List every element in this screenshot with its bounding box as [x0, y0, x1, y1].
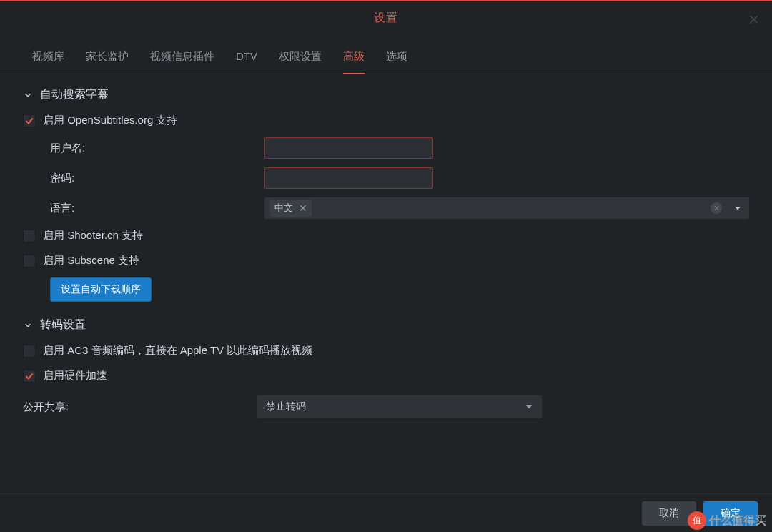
- label-shooter: 启用 Shooter.cn 支持: [43, 229, 143, 242]
- tab-dtv[interactable]: DTV: [225, 43, 268, 74]
- svg-marker-0: [735, 207, 741, 210]
- tab-advanced[interactable]: 高级: [332, 43, 375, 74]
- ok-button[interactable]: 确定: [703, 501, 758, 526]
- chevron-down-icon: [525, 403, 533, 411]
- label-password: 密码:: [50, 172, 257, 185]
- label-hw-accel: 启用硬件加速: [43, 369, 107, 383]
- chevron-down-icon: [23, 90, 33, 100]
- section-video-cover[interactable]: 视频封面设置: [20, 425, 752, 440]
- clear-icon[interactable]: ✕: [711, 202, 722, 214]
- tab-bar: 视频库 家长监护 视频信息插件 DTV 权限设置 高级 选项: [0, 34, 772, 74]
- tab-permissions[interactable]: 权限设置: [268, 43, 332, 74]
- section-subtitle-title: 自动搜索字幕: [40, 87, 109, 102]
- tab-options[interactable]: 选项: [375, 43, 418, 74]
- close-icon[interactable]: ×: [748, 10, 759, 29]
- section-transcode-title: 转码设置: [40, 317, 86, 332]
- tab-video-library[interactable]: 视频库: [21, 43, 75, 74]
- select-public-share[interactable]: 禁止转码: [257, 395, 542, 418]
- label-language: 语言:: [50, 202, 257, 215]
- tab-metadata-plugin[interactable]: 视频信息插件: [139, 43, 225, 74]
- label-public-share: 公开共享:: [23, 400, 250, 414]
- input-password[interactable]: [264, 167, 433, 189]
- checkbox-ac3[interactable]: [23, 345, 36, 358]
- section-subtitle-search[interactable]: 自动搜索字幕: [20, 74, 752, 108]
- tag-remove-icon[interactable]: ✕: [299, 202, 307, 214]
- section-video-cover-title: 视频封面设置: [40, 438, 109, 440]
- chevron-down-icon: [23, 438, 33, 440]
- chevron-down-icon[interactable]: [733, 204, 742, 212]
- language-tag[interactable]: 中文 ✕: [270, 200, 312, 217]
- content-area: 自动搜索字幕 启用 OpenSubtitles.org 支持 用户名: 密码: …: [0, 74, 772, 488]
- dialog-titlebar: 设置 ×: [0, 1, 772, 34]
- label-username: 用户名:: [50, 142, 257, 155]
- dialog-footer: 取消 确定: [0, 493, 772, 532]
- language-tag-label: 中文: [274, 202, 293, 215]
- tab-parental[interactable]: 家长监护: [75, 43, 139, 74]
- checkbox-opensubtitles[interactable]: [23, 114, 36, 127]
- chevron-down-icon: [23, 320, 33, 330]
- checkbox-shooter[interactable]: [23, 230, 36, 242]
- label-subscene: 启用 Subscene 支持: [43, 254, 139, 267]
- checkbox-hw-accel[interactable]: [23, 370, 36, 383]
- label-ac3: 启用 AC3 音频编码，直接在 Apple TV 以此编码播放视频: [43, 344, 312, 358]
- select-public-share-value: 禁止转码: [266, 400, 306, 413]
- cancel-button[interactable]: 取消: [642, 501, 696, 526]
- label-opensubtitles: 启用 OpenSubtitles.org 支持: [43, 114, 177, 127]
- dialog-title: 设置: [374, 11, 398, 26]
- input-username[interactable]: [264, 137, 433, 159]
- button-download-order[interactable]: 设置自动下载顺序: [50, 277, 152, 302]
- section-transcode[interactable]: 转码设置: [20, 305, 752, 338]
- svg-marker-1: [526, 405, 532, 409]
- checkbox-subscene[interactable]: [23, 255, 36, 267]
- input-language[interactable]: 中文 ✕ ✕: [264, 197, 749, 219]
